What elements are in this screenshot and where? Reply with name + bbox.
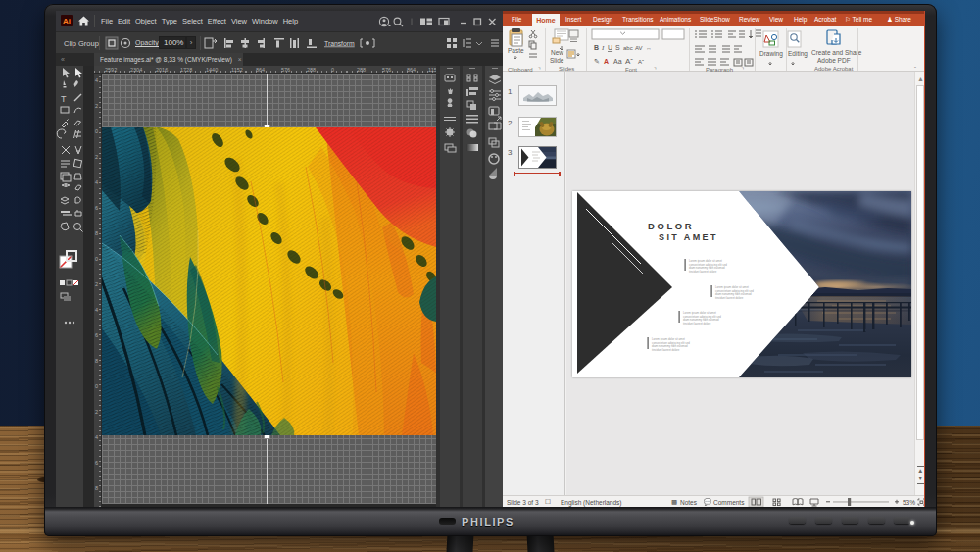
svg-text:Drawing: Drawing (760, 50, 783, 58)
svg-text:Editing: Editing (788, 50, 808, 58)
svg-text:S: S (615, 44, 620, 51)
svg-text:A: A (604, 58, 609, 65)
svg-text:AV: AV (635, 45, 643, 51)
svg-text:Aa: Aa (613, 58, 622, 65)
svg-text:53%: 53% (903, 499, 915, 506)
svg-text:✎: ✎ (594, 58, 600, 65)
svg-text:Adobe PDF: Adobe PDF (817, 57, 851, 64)
svg-text:Aˇ: Aˇ (638, 59, 644, 65)
svg-text:Create and Share: Create and Share (811, 49, 862, 56)
svg-text:New: New (551, 49, 564, 56)
svg-text:Slide: Slide (550, 57, 564, 64)
svg-text:T: T (61, 94, 67, 104)
svg-text:tincidunt laoreet dolore: tincidunt laoreet dolore (689, 270, 717, 274)
svg-text:abc: abc (623, 45, 633, 51)
svg-text:SIT AMET: SIT AMET (659, 232, 718, 242)
svg-text:Paste: Paste (508, 47, 524, 54)
svg-text:Transform: Transform (324, 40, 355, 47)
svg-text:↔: ↔ (646, 45, 652, 51)
svg-text:tincidunt laoreet dolore: tincidunt laoreet dolore (715, 296, 744, 300)
svg-text:tincidunt laoreet dolore: tincidunt laoreet dolore (683, 322, 711, 326)
svg-text:U: U (608, 44, 612, 51)
svg-text:I: I (601, 44, 605, 52)
svg-text:DOLOR: DOLOR (648, 221, 694, 231)
svg-text:tincidunt laoreet dolore: tincidunt laoreet dolore (652, 348, 680, 352)
svg-text:B: B (594, 44, 599, 51)
svg-text:Aˇ: Aˇ (625, 57, 633, 66)
